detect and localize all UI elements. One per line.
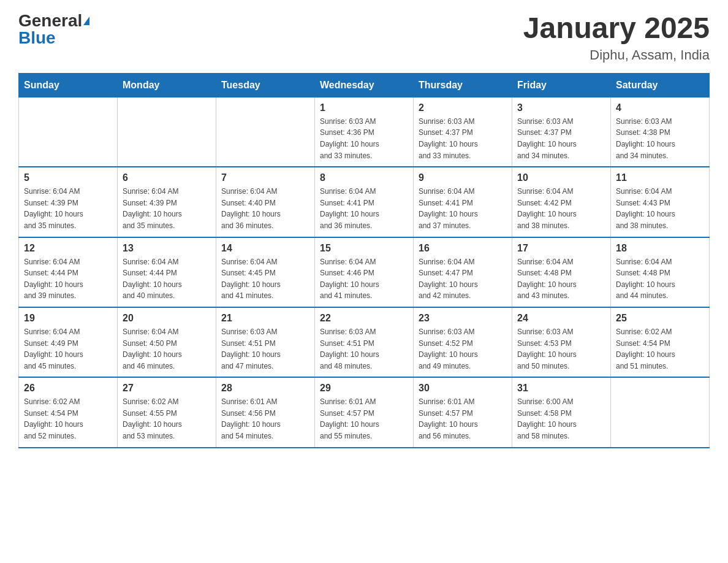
calendar-week-5: 26Sunrise: 6:02 AMSunset: 4:54 PMDayligh… bbox=[19, 377, 710, 447]
day-info: Sunrise: 6:02 AMSunset: 4:54 PMDaylight:… bbox=[24, 396, 112, 442]
day-info: Sunrise: 6:04 AMSunset: 4:50 PMDaylight:… bbox=[123, 326, 211, 372]
header-friday: Friday bbox=[512, 73, 611, 97]
calendar-table: Sunday Monday Tuesday Wednesday Thursday… bbox=[18, 73, 710, 448]
calendar-cell-w5-d6 bbox=[611, 377, 710, 447]
header-thursday: Thursday bbox=[414, 73, 512, 97]
day-number: 9 bbox=[419, 172, 507, 183]
logo-triangle-icon bbox=[83, 17, 89, 25]
calendar-cell-w4-d3: 22Sunrise: 6:03 AMSunset: 4:51 PMDayligh… bbox=[315, 307, 414, 377]
day-number: 7 bbox=[221, 172, 309, 183]
day-info: Sunrise: 6:03 AMSunset: 4:36 PMDaylight:… bbox=[320, 116, 408, 161]
day-info: Sunrise: 6:03 AMSunset: 4:52 PMDaylight:… bbox=[419, 326, 507, 372]
day-info: Sunrise: 6:02 AMSunset: 4:55 PMDaylight:… bbox=[123, 396, 211, 442]
calendar-cell-w1-d3: 1Sunrise: 6:03 AMSunset: 4:36 PMDaylight… bbox=[315, 97, 414, 167]
calendar-subtitle: Diphu, Assam, India bbox=[523, 47, 710, 63]
day-number: 12 bbox=[24, 243, 112, 254]
calendar-week-4: 19Sunrise: 6:04 AMSunset: 4:49 PMDayligh… bbox=[19, 307, 710, 377]
calendar-cell-w4-d2: 21Sunrise: 6:03 AMSunset: 4:51 PMDayligh… bbox=[216, 307, 315, 377]
calendar-cell-w1-d5: 3Sunrise: 6:03 AMSunset: 4:37 PMDaylight… bbox=[512, 97, 611, 167]
day-number: 26 bbox=[24, 383, 112, 394]
calendar-cell-w2-d3: 8Sunrise: 6:04 AMSunset: 4:41 PMDaylight… bbox=[315, 167, 414, 237]
day-info: Sunrise: 6:02 AMSunset: 4:54 PMDaylight:… bbox=[616, 326, 704, 372]
day-number: 31 bbox=[517, 383, 605, 394]
day-info: Sunrise: 6:04 AMSunset: 4:48 PMDaylight:… bbox=[517, 256, 605, 302]
day-number: 3 bbox=[517, 102, 605, 113]
calendar-cell-w1-d2 bbox=[216, 97, 315, 167]
header-tuesday: Tuesday bbox=[216, 73, 315, 97]
calendar-cell-w5-d0: 26Sunrise: 6:02 AMSunset: 4:54 PMDayligh… bbox=[19, 377, 118, 447]
calendar-cell-w4-d0: 19Sunrise: 6:04 AMSunset: 4:49 PMDayligh… bbox=[19, 307, 118, 377]
logo-general-text: General bbox=[18, 12, 82, 29]
day-number: 23 bbox=[419, 313, 507, 324]
day-info: Sunrise: 6:04 AMSunset: 4:44 PMDaylight:… bbox=[24, 256, 112, 302]
day-number: 5 bbox=[24, 172, 112, 183]
header: General Blue January 2025 Diphu, Assam, … bbox=[18, 12, 710, 63]
calendar-cell-w5-d3: 29Sunrise: 6:01 AMSunset: 4:57 PMDayligh… bbox=[315, 377, 414, 447]
day-number: 30 bbox=[419, 383, 507, 394]
calendar-cell-w3-d5: 17Sunrise: 6:04 AMSunset: 4:48 PMDayligh… bbox=[512, 237, 611, 307]
day-number: 13 bbox=[123, 243, 211, 254]
day-info: Sunrise: 6:01 AMSunset: 4:57 PMDaylight:… bbox=[419, 396, 507, 442]
calendar-cell-w1-d1 bbox=[118, 97, 216, 167]
day-number: 27 bbox=[123, 383, 211, 394]
calendar-cell-w2-d1: 6Sunrise: 6:04 AMSunset: 4:39 PMDaylight… bbox=[118, 167, 216, 237]
day-info: Sunrise: 6:03 AMSunset: 4:51 PMDaylight:… bbox=[221, 326, 309, 372]
day-info: Sunrise: 6:04 AMSunset: 4:43 PMDaylight:… bbox=[616, 186, 704, 231]
day-number: 14 bbox=[221, 243, 309, 254]
day-info: Sunrise: 6:04 AMSunset: 4:41 PMDaylight:… bbox=[320, 186, 408, 231]
day-number: 16 bbox=[419, 243, 507, 254]
weekday-header-row: Sunday Monday Tuesday Wednesday Thursday… bbox=[19, 73, 710, 97]
day-info: Sunrise: 6:01 AMSunset: 4:56 PMDaylight:… bbox=[221, 396, 309, 442]
logo: General Blue bbox=[18, 12, 89, 47]
calendar-cell-w2-d5: 10Sunrise: 6:04 AMSunset: 4:42 PMDayligh… bbox=[512, 167, 611, 237]
calendar-cell-w2-d6: 11Sunrise: 6:04 AMSunset: 4:43 PMDayligh… bbox=[611, 167, 710, 237]
calendar-week-2: 5Sunrise: 6:04 AMSunset: 4:39 PMDaylight… bbox=[19, 167, 710, 237]
header-wednesday: Wednesday bbox=[315, 73, 414, 97]
calendar-cell-w3-d0: 12Sunrise: 6:04 AMSunset: 4:44 PMDayligh… bbox=[19, 237, 118, 307]
calendar-cell-w4-d5: 24Sunrise: 6:03 AMSunset: 4:53 PMDayligh… bbox=[512, 307, 611, 377]
day-info: Sunrise: 6:04 AMSunset: 4:42 PMDaylight:… bbox=[517, 186, 605, 231]
calendar-cell-w3-d3: 15Sunrise: 6:04 AMSunset: 4:46 PMDayligh… bbox=[315, 237, 414, 307]
page: General Blue January 2025 Diphu, Assam, … bbox=[0, 0, 728, 461]
day-number: 15 bbox=[320, 243, 408, 254]
calendar-cell-w3-d6: 18Sunrise: 6:04 AMSunset: 4:48 PMDayligh… bbox=[611, 237, 710, 307]
calendar-cell-w4-d6: 25Sunrise: 6:02 AMSunset: 4:54 PMDayligh… bbox=[611, 307, 710, 377]
day-number: 29 bbox=[320, 383, 408, 394]
calendar-cell-w2-d2: 7Sunrise: 6:04 AMSunset: 4:40 PMDaylight… bbox=[216, 167, 315, 237]
header-sunday: Sunday bbox=[19, 73, 118, 97]
day-info: Sunrise: 6:04 AMSunset: 4:39 PMDaylight:… bbox=[24, 186, 112, 231]
day-number: 18 bbox=[616, 243, 704, 254]
day-number: 6 bbox=[123, 172, 211, 183]
day-number: 20 bbox=[123, 313, 211, 324]
calendar-cell-w1-d6: 4Sunrise: 6:03 AMSunset: 4:38 PMDaylight… bbox=[611, 97, 710, 167]
day-number: 24 bbox=[517, 313, 605, 324]
day-info: Sunrise: 6:03 AMSunset: 4:37 PMDaylight:… bbox=[419, 116, 507, 161]
calendar-cell-w4-d4: 23Sunrise: 6:03 AMSunset: 4:52 PMDayligh… bbox=[414, 307, 512, 377]
day-info: Sunrise: 6:01 AMSunset: 4:57 PMDaylight:… bbox=[320, 396, 408, 442]
calendar-week-3: 12Sunrise: 6:04 AMSunset: 4:44 PMDayligh… bbox=[19, 237, 710, 307]
day-number: 25 bbox=[616, 313, 704, 324]
day-number: 2 bbox=[419, 102, 507, 113]
calendar-cell-w3-d1: 13Sunrise: 6:04 AMSunset: 4:44 PMDayligh… bbox=[118, 237, 216, 307]
day-number: 22 bbox=[320, 313, 408, 324]
calendar-cell-w3-d2: 14Sunrise: 6:04 AMSunset: 4:45 PMDayligh… bbox=[216, 237, 315, 307]
day-info: Sunrise: 6:03 AMSunset: 4:38 PMDaylight:… bbox=[616, 116, 704, 161]
day-info: Sunrise: 6:04 AMSunset: 4:49 PMDaylight:… bbox=[24, 326, 112, 372]
day-number: 11 bbox=[616, 172, 704, 183]
calendar-cell-w5-d2: 28Sunrise: 6:01 AMSunset: 4:56 PMDayligh… bbox=[216, 377, 315, 447]
day-number: 10 bbox=[517, 172, 605, 183]
calendar-cell-w1-d4: 2Sunrise: 6:03 AMSunset: 4:37 PMDaylight… bbox=[414, 97, 512, 167]
calendar-cell-w1-d0 bbox=[19, 97, 118, 167]
calendar-cell-w5-d5: 31Sunrise: 6:00 AMSunset: 4:58 PMDayligh… bbox=[512, 377, 611, 447]
calendar-cell-w4-d1: 20Sunrise: 6:04 AMSunset: 4:50 PMDayligh… bbox=[118, 307, 216, 377]
calendar-title: January 2025 bbox=[523, 12, 710, 45]
day-number: 28 bbox=[221, 383, 309, 394]
day-info: Sunrise: 6:04 AMSunset: 4:40 PMDaylight:… bbox=[221, 186, 309, 231]
day-number: 19 bbox=[24, 313, 112, 324]
day-number: 8 bbox=[320, 172, 408, 183]
header-monday: Monday bbox=[118, 73, 216, 97]
calendar-week-1: 1Sunrise: 6:03 AMSunset: 4:36 PMDaylight… bbox=[19, 97, 710, 167]
title-block: January 2025 Diphu, Assam, India bbox=[523, 12, 710, 63]
header-saturday: Saturday bbox=[611, 73, 710, 97]
day-info: Sunrise: 6:04 AMSunset: 4:46 PMDaylight:… bbox=[320, 256, 408, 302]
